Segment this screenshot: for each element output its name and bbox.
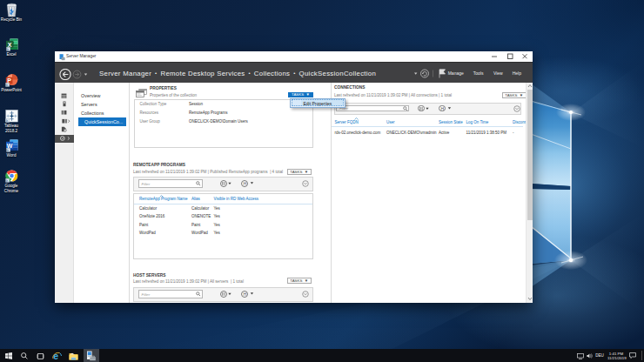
svg-text:H: H (440, 106, 444, 111)
svg-text:W: W (7, 143, 13, 149)
svg-text:H: H (243, 292, 246, 297)
svg-text:X: X (8, 42, 12, 48)
svg-text:P: P (7, 77, 11, 84)
svg-text:H: H (243, 181, 246, 186)
